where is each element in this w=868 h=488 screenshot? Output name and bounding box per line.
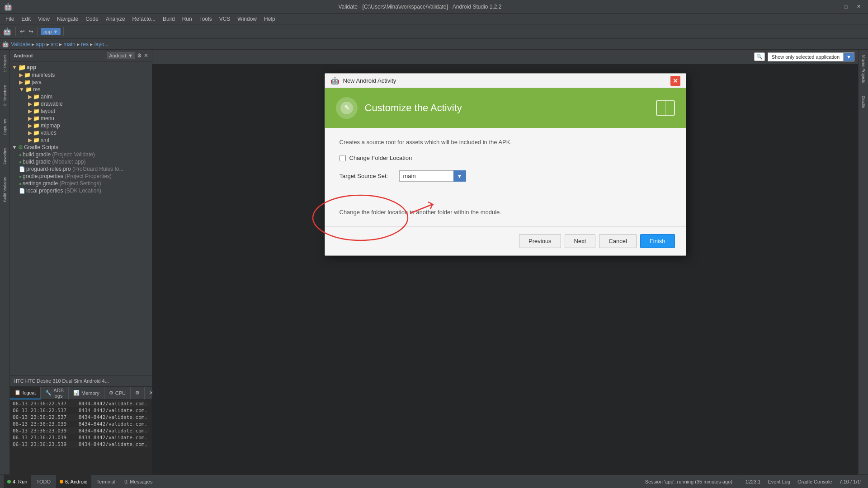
menu-file[interactable]: File <box>2 15 18 23</box>
tree-item-menu[interactable]: ▶ 📁 menu <box>10 115 152 122</box>
structure-tab[interactable]: 2: Structure <box>2 83 8 108</box>
window-controls: ─ □ ✕ <box>827 2 864 11</box>
window-title: Validate - [C:\Users\Mina\workspace\Vali… <box>13 4 827 10</box>
log-row: 06-13 23:36:23.039 8434-8442/validate.co… <box>12 434 150 441</box>
main-content-area: 🔍 Show only selected application ▼ 🤖 New… <box>152 50 858 474</box>
menu-analyze[interactable]: Analyze <box>102 15 129 23</box>
android-dropdown-label: Android <box>109 53 126 58</box>
modal-header-title: Customize the Activity <box>365 102 462 114</box>
cancel-button[interactable]: Cancel <box>599 234 636 248</box>
tree-item-res[interactable]: ▼ 📁 res <box>10 86 152 93</box>
tab-settings-icon[interactable]: ⚙ <box>131 387 145 399</box>
close-button[interactable]: ✕ <box>853 2 864 11</box>
target-source-dropdown-button[interactable]: ▼ <box>453 170 466 182</box>
run-tab-label: 4: Run <box>13 479 27 484</box>
todo-tab[interactable]: TODO <box>33 475 54 488</box>
activity-icon: ✎ <box>336 97 358 119</box>
tree-item-values[interactable]: ▶ 📁 values <box>10 129 152 136</box>
modal-footer: Previous Next Cancel Finish <box>325 226 686 255</box>
menu-edit[interactable]: Edit <box>18 15 34 23</box>
maximize-button[interactable]: □ <box>840 2 852 11</box>
tree-item-drawable[interactable]: ▶ 📁 drawable <box>10 100 152 108</box>
show-only-selected-container: Show only selected application ▼ <box>768 52 854 61</box>
tree-item-layout[interactable]: ▶ 📁 layout <box>10 108 152 115</box>
tree-item-manifests[interactable]: ▶ 📁 manifests <box>10 71 152 79</box>
toolbar: 🤖 ↩ ↪ app ▼ <box>0 24 868 39</box>
sidebar-close-icon[interactable]: ✕ <box>144 52 148 59</box>
tree-item-app[interactable]: ▼ 📁 app <box>10 63 152 71</box>
phone-icon <box>656 100 675 116</box>
modal-android-icon: 🤖 <box>330 76 340 85</box>
title-bar: 🤖 Validate - [C:\Users\Mina\workspace\Va… <box>0 0 868 14</box>
toolbar-undo[interactable]: ↩ <box>19 28 26 35</box>
modal-green-header: ✎ Customize the Activity <box>325 88 686 128</box>
menu-build[interactable]: Build <box>159 15 179 23</box>
menu-window[interactable]: Window <box>234 15 260 23</box>
position-text: 1223:1 <box>743 478 764 485</box>
android-dropdown[interactable]: Android ▼ <box>107 52 135 59</box>
captures-tab[interactable]: Captures <box>2 117 8 137</box>
menu-tools[interactable]: Tools <box>196 15 216 23</box>
menu-refactor[interactable]: Refacto... <box>129 15 159 23</box>
minimize-button[interactable]: ─ <box>827 2 839 11</box>
search-filter-input[interactable]: 🔍 <box>754 52 765 61</box>
tree-item-gradle-scripts[interactable]: ▼ ⚙ Gradle Scripts <box>10 144 152 151</box>
show-only-selected-label[interactable]: Show only selected application <box>768 53 843 61</box>
build-variants-tab[interactable]: Build Variants <box>2 175 8 204</box>
activity-pencil-icon: ✎ <box>340 101 354 115</box>
tab-logcat[interactable]: 📋 logcat <box>10 387 41 399</box>
gradle-console-btn[interactable]: Gradle Console <box>795 478 835 485</box>
android-tab[interactable]: 6: Android <box>56 475 91 488</box>
tree-item-java[interactable]: ▶ 📁 java <box>10 79 152 86</box>
change-folder-description: Change the folder location to another fo… <box>340 209 671 216</box>
android-dot <box>60 480 63 483</box>
menu-vcs[interactable]: VCS <box>216 15 234 23</box>
previous-button[interactable]: Previous <box>519 234 561 248</box>
toolbar-redo[interactable]: ↪ <box>27 28 35 35</box>
show-only-selected-dropdown[interactable]: ▼ <box>843 53 854 61</box>
project-tab[interactable]: 1: Project <box>2 53 8 74</box>
menu-code[interactable]: Code <box>82 15 102 23</box>
messages-tab[interactable]: 0: Messages <box>121 475 156 488</box>
target-source-select[interactable]: main <box>399 170 453 182</box>
menu-run[interactable]: Run <box>179 15 196 23</box>
todo-label: TODO <box>36 479 51 484</box>
modal-overlay: 🤖 New Android Activity ✕ ✎ <box>152 64 858 474</box>
tab-adb-logs[interactable]: 🔧 ADB logs <box>41 387 69 399</box>
tree-item-proguard[interactable]: 📄 proguard-rules.pro (ProGuard Rules fo.… <box>10 165 152 173</box>
terminal-tab[interactable]: Terminal <box>93 475 119 488</box>
event-log-btn[interactable]: Event Log <box>765 478 793 485</box>
tree-item-xml[interactable]: ▶ 📁 xml <box>10 136 152 144</box>
android-tab-label: 6: Android <box>65 479 88 484</box>
sidebar-title: Android <box>14 53 33 58</box>
sidebar-settings-icon[interactable]: ⚙ <box>137 52 142 59</box>
logcat-label: logcat <box>23 390 36 395</box>
tab-cpu[interactable]: ⚙ CPU <box>104 387 131 399</box>
menu-view[interactable]: View <box>34 15 53 23</box>
tree-item-settings-gradle[interactable]: ● settings.gradle (Project Settings) <box>10 180 152 187</box>
modal-title: New Android Activity <box>343 77 396 84</box>
modal-close-button[interactable]: ✕ <box>670 76 680 86</box>
tree-item-build-gradle-module[interactable]: ● build.gradle (Module: app) <box>10 158 152 165</box>
tab-memory[interactable]: 📊 Memory <box>69 387 104 399</box>
terminal-label: Terminal <box>97 479 116 484</box>
maven-projects-tab[interactable]: Maven Projects <box>860 53 867 85</box>
favorites-tab[interactable]: Favorites <box>2 146 8 166</box>
right-vertical-tabs: Maven Projects Gradle <box>858 50 868 474</box>
tree-item-build-gradle-project[interactable]: ● build.gradle (Project: Validate) <box>10 151 152 158</box>
tree-item-mipmap[interactable]: ▶ 📁 mipmap <box>10 122 152 129</box>
menu-help[interactable]: Help <box>260 15 279 23</box>
tree-item-local-properties[interactable]: 📄 local.properties (SDK Location) <box>10 187 152 194</box>
tree-item-gradle-properties[interactable]: ● gradle.properties (Project Properties) <box>10 173 152 180</box>
tree-item-anim[interactable]: ▶ 📁 anim <box>10 93 152 100</box>
toolbar-app-label[interactable]: app ▼ <box>41 28 61 35</box>
finish-button[interactable]: Finish <box>640 234 675 248</box>
run-tab[interactable]: 4: Run <box>4 475 31 488</box>
menu-navigate[interactable]: Navigate <box>53 15 82 23</box>
change-folder-checkbox[interactable] <box>340 155 346 161</box>
messages-label: 0: Messages <box>124 479 152 484</box>
gradle-tab[interactable]: Gradle <box>860 94 867 110</box>
next-button[interactable]: Next <box>565 234 596 248</box>
change-folder-label[interactable]: Change Folder Location <box>349 155 412 161</box>
status-bar: 4: Run TODO 6: Android Terminal 0: Messa… <box>0 474 868 488</box>
